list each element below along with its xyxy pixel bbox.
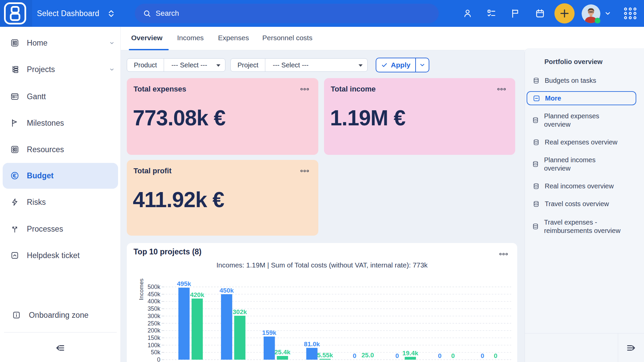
- sidebar-item-onboarding-zone[interactable]: Onboarding zone: [0, 304, 121, 326]
- right-panel-item-planned-incomes-overview[interactable]: Planned incomes overview: [532, 156, 633, 172]
- product-filter[interactable]: Product --- Select ---: [127, 58, 225, 72]
- sidebar-item-projects[interactable]: Projects: [0, 59, 121, 80]
- product-filter-select[interactable]: --- Select ---: [164, 59, 225, 71]
- dashboard-selector[interactable]: Select Dashboard: [37, 0, 116, 27]
- apps-grid-button[interactable]: [623, 0, 637, 27]
- right-panel-heading: Portfolio overview: [544, 58, 602, 66]
- svg-text:250k: 250k: [148, 320, 160, 327]
- right-panel-item-real-incomes-overview[interactable]: Real incomes overview: [533, 182, 633, 190]
- gantt-icon: [10, 92, 19, 101]
- sidebar-item-risks[interactable]: Risks: [0, 191, 121, 213]
- tab-overview[interactable]: Overview: [131, 27, 162, 49]
- tab-incomes[interactable]: Incomes: [177, 27, 204, 49]
- right-panel-item-budgets-on-tasks[interactable]: Budgets on tasks: [533, 76, 596, 85]
- user-profile-button[interactable]: [462, 0, 473, 27]
- search-input[interactable]: Search: [135, 4, 439, 23]
- chevron-down-icon: [419, 62, 426, 68]
- calendar-button[interactable]: [535, 0, 545, 27]
- coins-icon: [533, 183, 540, 190]
- total-expenses-card: Total expenses 773.08k €: [127, 78, 318, 155]
- card-value: 1.19M €: [330, 106, 405, 130]
- svg-text:159k: 159k: [262, 329, 277, 336]
- left-sidebar: HomeProjectsGanttMilestonesResourcesBudg…: [0, 27, 121, 362]
- quick-add-button[interactable]: [554, 3, 575, 23]
- task-list-icon: [486, 8, 496, 18]
- sidebar-item-budget[interactable]: Budget: [0, 165, 121, 186]
- apply-button[interactable]: Apply: [376, 58, 415, 72]
- more-button[interactable]: More: [527, 91, 636, 105]
- apply-button-group: Apply: [376, 58, 429, 72]
- tree-icon: [10, 65, 19, 74]
- svg-text:0: 0: [438, 352, 442, 359]
- search-icon: [143, 9, 151, 18]
- right-panel-item-real-expenses-overview[interactable]: Real expenses overview: [533, 138, 633, 146]
- sidebar-item-processes[interactable]: Processes: [0, 218, 121, 240]
- coins-icon: [532, 161, 539, 168]
- dashboard-icon: [10, 145, 19, 154]
- tab-personnel-costs[interactable]: Personnel costs: [262, 27, 312, 49]
- avatar-menu-chevron[interactable]: [604, 0, 612, 27]
- right-panel-footer-divider-vertical: [618, 333, 618, 362]
- svg-text:100k: 100k: [148, 342, 160, 349]
- collapse-right-icon: [625, 342, 637, 354]
- svg-text:495k: 495k: [177, 280, 191, 287]
- svg-text:5.55k: 5.55k: [317, 352, 333, 359]
- project-filter-select[interactable]: --- Select ---: [265, 59, 367, 71]
- flags-button[interactable]: [510, 0, 521, 27]
- apply-options-button[interactable]: [416, 58, 429, 72]
- tab-label: Incomes: [177, 34, 204, 42]
- product-filter-label: Product: [127, 59, 164, 71]
- svg-text:Incomes: Incomes: [138, 279, 145, 300]
- kebab-menu-icon[interactable]: [496, 87, 508, 91]
- svg-text:50k: 50k: [151, 349, 160, 356]
- info-icon: [12, 311, 21, 319]
- tab-label: Expenses: [218, 34, 249, 42]
- tab-expenses[interactable]: Expenses: [218, 27, 249, 49]
- svg-text:450k: 450k: [148, 291, 160, 298]
- sidebar-item-milestones[interactable]: Milestones: [0, 112, 121, 134]
- svg-text:500k: 500k: [148, 284, 160, 290]
- svg-text:25.0: 25.0: [362, 352, 374, 359]
- caret-down-icon: [216, 64, 220, 67]
- collapse-sidebar-button[interactable]: [54, 342, 66, 354]
- svg-text:302k: 302k: [233, 308, 247, 315]
- svg-text:450k: 450k: [220, 287, 234, 294]
- caret-down-icon: [359, 64, 363, 67]
- sidebar-item-resources[interactable]: Resources: [0, 139, 121, 160]
- kebab-menu-icon[interactable]: [299, 169, 311, 173]
- kebab-menu-icon[interactable]: [498, 252, 510, 256]
- kebab-menu-icon[interactable]: [299, 87, 311, 91]
- sidebar-footer-divider: [4, 332, 117, 333]
- person-icon: [463, 8, 473, 18]
- chart-title: Incomes: 1.19M | Sum of Total costs (wit…: [127, 261, 517, 269]
- box-up-icon: [10, 251, 19, 260]
- flag-icon: [510, 8, 520, 18]
- plus-icon: [559, 8, 570, 18]
- right-panel-item-planned-expenses-overview[interactable]: Planned expenses overview: [532, 112, 633, 128]
- coins-icon: [533, 139, 540, 146]
- sidebar-item-home[interactable]: Home: [0, 32, 121, 54]
- card-value: 411.92k €: [133, 187, 224, 212]
- svg-text:200k: 200k: [148, 327, 160, 334]
- euro-circle-icon: [10, 171, 19, 180]
- svg-text:0: 0: [451, 352, 455, 359]
- right-panel-item-travel-costs-overview[interactable]: Travel costs overview: [533, 200, 633, 208]
- app-logo[interactable]: [4, 2, 26, 24]
- svg-text:0: 0: [395, 352, 399, 359]
- svg-text:0: 0: [157, 356, 160, 362]
- coins-icon: [533, 200, 540, 207]
- right-panel-item-travel-expenses-reimbursements-overview[interactable]: Travel expenses - reimbursements overvie…: [532, 218, 633, 235]
- collapse-right-panel-button[interactable]: [625, 342, 637, 354]
- svg-text:0: 0: [353, 352, 357, 359]
- card-title: Total profit: [133, 167, 171, 175]
- project-filter[interactable]: Project --- Select ---: [230, 58, 368, 72]
- svg-text:420k: 420k: [190, 291, 205, 298]
- sidebar-item-helpdesk-ticket[interactable]: Helpdesk ticket: [0, 245, 121, 266]
- collapse-left-icon: [54, 342, 66, 354]
- bar-chart: 050k100k150k200k250k300k350k400k450k500k…: [134, 274, 517, 362]
- sidebar-item-gantt[interactable]: Gantt: [0, 86, 121, 107]
- right-panel-footer-divider: [525, 333, 644, 334]
- tab-label: Personnel costs: [262, 34, 312, 42]
- top-bar: Select Dashboard Search: [0, 0, 644, 27]
- tasks-button[interactable]: [486, 0, 497, 27]
